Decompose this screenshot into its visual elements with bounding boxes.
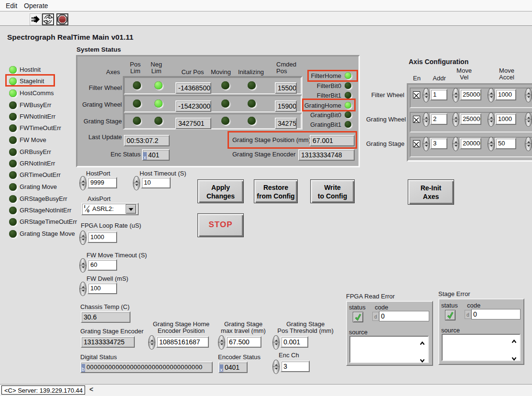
svg-text:I: I — [84, 204, 86, 209]
svg-text:0: 0 — [87, 209, 89, 213]
